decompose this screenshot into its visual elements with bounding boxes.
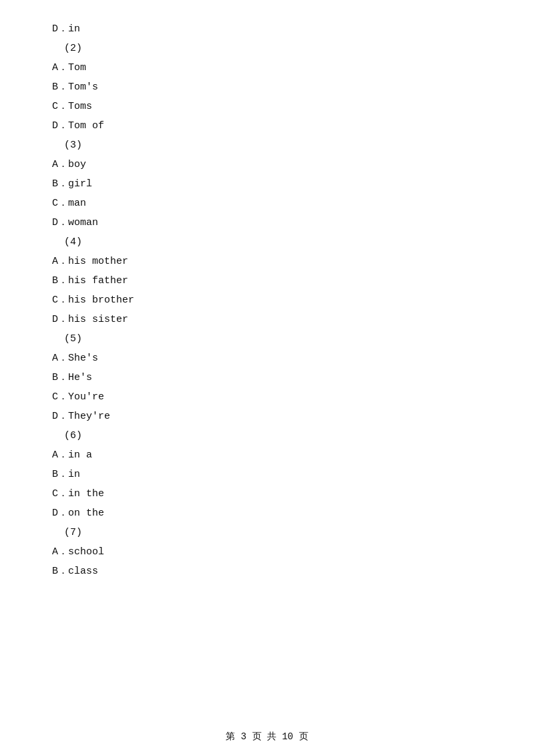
section-number: (5) — [52, 330, 482, 348]
answer-option: C．Toms — [52, 98, 482, 116]
answer-option: A．his mother — [52, 252, 482, 270]
section-number: (2) — [52, 39, 482, 57]
footer-text: 第 3 页 共 10 页 — [226, 731, 308, 742]
answer-option: C．You're — [52, 388, 482, 406]
answer-option: B．class — [52, 562, 482, 580]
answer-option: D．woman — [52, 214, 482, 232]
answer-option: B．He's — [52, 369, 482, 387]
answer-option: B．girl — [52, 175, 482, 193]
answer-option: A．school — [52, 543, 482, 561]
answer-option: D．They're — [52, 407, 482, 425]
section-number: (6) — [52, 427, 482, 445]
section-number: (7) — [52, 524, 482, 542]
answer-option: D．Tom of — [52, 117, 482, 135]
main-content: D．in (2)A．TomB．Tom'sC．TomsD．Tom of (3)A．… — [0, 0, 534, 622]
page-footer: 第 3 页 共 10 页 — [0, 731, 534, 743]
section-number: (4) — [52, 233, 482, 251]
answer-option: C．in the — [52, 485, 482, 503]
answer-option: B．his father — [52, 272, 482, 290]
answer-option: B．in — [52, 465, 482, 484]
answer-option: A．boy — [52, 156, 482, 174]
answer-option: D．in — [52, 20, 482, 38]
answer-option: B．Tom's — [52, 78, 482, 96]
answer-option: D．his sister — [52, 311, 482, 329]
answer-option: D．on the — [52, 504, 482, 522]
answer-option: A．Tom — [52, 59, 482, 77]
answer-option: A．in a — [52, 446, 482, 464]
answer-option: A．She's — [52, 349, 482, 367]
answer-option: C．his brother — [52, 291, 482, 309]
answer-option: C．man — [52, 194, 482, 212]
section-number: (3) — [52, 136, 482, 154]
